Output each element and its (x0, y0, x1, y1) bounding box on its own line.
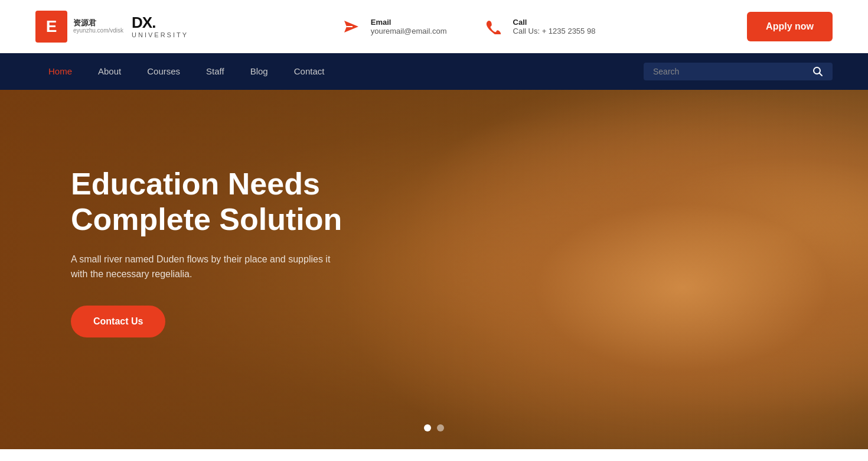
nav-link-contact[interactable]: Contact (281, 53, 338, 90)
slide-dot-2[interactable] (437, 424, 444, 431)
hero-title: Education Needs Complete Solution (71, 167, 342, 238)
logo-area: E 资源君 eyunzhu.com/vdisk DX. UNIVERSITY (35, 11, 188, 43)
search-area (644, 63, 833, 80)
nav-link-staff[interactable]: Staff (193, 53, 237, 90)
email-icon (340, 15, 363, 38)
nav-item-staff[interactable]: Staff (193, 53, 237, 90)
email-contact: Email youremail@email.com (340, 15, 447, 38)
slide-dots (424, 424, 444, 431)
hero-subtitle: A small river named Duden flows by their… (71, 252, 342, 282)
email-label: Email (371, 18, 447, 27)
hero-section: Education Needs Complete Solution A smal… (0, 90, 868, 449)
logo-university: UNIVERSITY (132, 31, 188, 38)
phone-contact: Call Call Us: + 1235 2355 98 (482, 15, 596, 38)
call-label: Call (513, 18, 596, 27)
apply-now-button[interactable]: Apply now (747, 12, 833, 41)
nav-item-courses[interactable]: Courses (134, 53, 193, 90)
nav-link-blog[interactable]: Blog (237, 53, 281, 90)
nav-item-about[interactable]: About (85, 53, 134, 90)
top-bar: E 资源君 eyunzhu.com/vdisk DX. UNIVERSITY E… (0, 0, 868, 53)
call-value: Call Us: + 1235 2355 98 (513, 27, 596, 35)
nav-link-about[interactable]: About (85, 53, 134, 90)
svg-line-3 (820, 73, 823, 76)
nav-item-home[interactable]: Home (35, 53, 85, 90)
nav-item-contact[interactable]: Contact (281, 53, 338, 90)
logo-icon: E (35, 11, 67, 43)
phone-icon (482, 15, 505, 38)
logo-dx: DX. (132, 14, 188, 31)
contact-us-button[interactable]: Contact Us (71, 306, 165, 337)
nav-links: Home About Courses Staff Blog Contact (35, 53, 337, 90)
slide-dot-1[interactable] (424, 424, 431, 431)
search-button[interactable] (812, 66, 823, 77)
nav-link-home[interactable]: Home (35, 53, 85, 90)
hero-content: Education Needs Complete Solution A smal… (0, 90, 413, 414)
contact-area: Email youremail@email.com Call Call Us: … (340, 15, 596, 38)
hero-figures (337, 90, 868, 449)
logo-text: 资源君 eyunzhu.com/vdisk (73, 19, 123, 34)
search-input[interactable] (653, 67, 807, 76)
navbar: Home About Courses Staff Blog Contact (0, 53, 868, 90)
nav-link-courses[interactable]: Courses (134, 53, 193, 90)
email-value: youremail@email.com (371, 27, 447, 35)
nav-item-blog[interactable]: Blog (237, 53, 281, 90)
